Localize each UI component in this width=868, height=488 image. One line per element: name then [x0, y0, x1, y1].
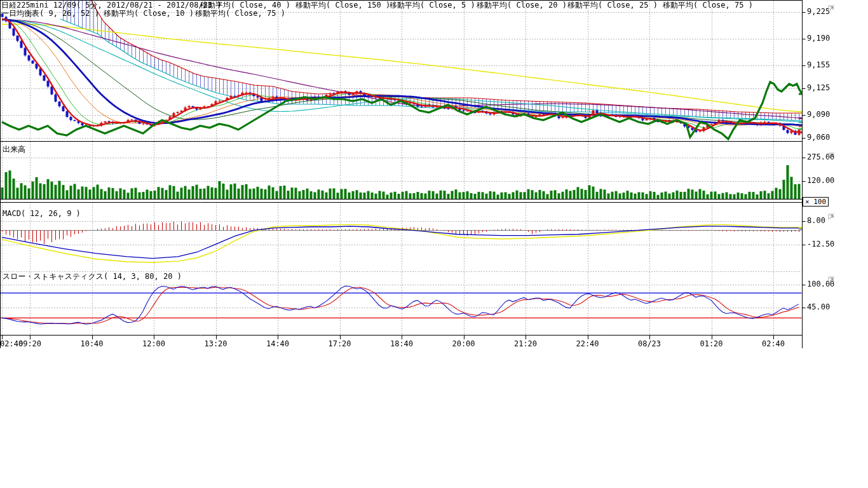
resize-arrow-icon	[828, 152, 835, 159]
volume-multiplier-badge: × 100	[803, 197, 829, 207]
panel-resize-handle[interactable]	[828, 3, 835, 10]
resize-arrow-icon	[828, 5, 835, 12]
panel-resize-handle[interactable]	[828, 274, 835, 281]
resize-arrow-icon	[828, 276, 835, 283]
chart-window: 日経225mini 12/09( 5分, 2012/08/21 - 2012/0…	[0, 0, 868, 488]
price-chart-canvas[interactable]	[0, 0, 868, 356]
panel-resize-handle[interactable]	[828, 150, 835, 157]
resize-arrow-icon	[828, 214, 835, 220]
panel-resize-handle[interactable]	[828, 211, 835, 218]
